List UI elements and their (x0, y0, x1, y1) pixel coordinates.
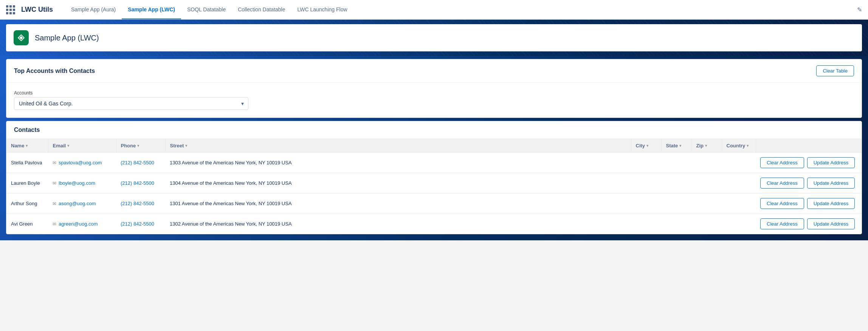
tab-sample-lwc[interactable]: Sample App (LWC) (122, 0, 181, 19)
col-header-name[interactable]: Name ▾ (6, 139, 48, 153)
cell-street-3: 1302 Avenue of the Americas New York, NY… (165, 214, 631, 234)
sort-icon-email: ▾ (67, 144, 69, 148)
table-header-row: Name ▾ Email ▾ Phone ▾ (6, 139, 862, 153)
cell-city-3 (631, 214, 661, 234)
app-header-title: Sample App (LWC) (35, 34, 99, 42)
update-address-button-3[interactable]: Update Address (807, 218, 855, 229)
app-name: LWC Utils (21, 6, 53, 14)
cell-state-1 (661, 173, 691, 193)
table-row: Avi Green ✉ agreen@uog.com (212) 842-550… (6, 214, 862, 234)
email-icon-0: ✉ (53, 160, 56, 166)
update-address-button-1[interactable]: Update Address (807, 178, 855, 189)
cell-email-3: ✉ agreen@uog.com (48, 214, 116, 234)
col-header-state[interactable]: State ▾ (661, 139, 691, 153)
cell-zip-1 (691, 173, 722, 193)
update-address-button-2[interactable]: Update Address (807, 198, 855, 209)
cell-country-1 (722, 173, 756, 193)
cell-phone-2: (212) 842-5500 (116, 193, 165, 214)
cell-zip-3 (691, 214, 722, 234)
top-accounts-header: Top Accounts with Contacts Clear Table (6, 59, 862, 83)
diamond-icon (17, 34, 25, 42)
cell-actions-2: Clear Address Update Address (756, 193, 862, 214)
phone-link-1[interactable]: (212) 842-5500 (121, 180, 154, 186)
cell-country-2 (722, 193, 756, 214)
cell-name-2: Arthur Song (6, 193, 48, 214)
col-header-email[interactable]: Email ▾ (48, 139, 116, 153)
email-icon-1: ✉ (53, 181, 56, 186)
cell-name-1: Lauren Boyle (6, 173, 48, 193)
cell-street-2: 1301 Avenue of the Americas New York, NY… (165, 193, 631, 214)
email-icon-3: ✉ (53, 221, 56, 227)
accounts-label: Accounts (14, 90, 854, 96)
sort-icon-phone: ▾ (137, 144, 139, 148)
sort-icon-street: ▾ (185, 144, 187, 148)
section-wrapper: Top Accounts with Contacts Clear Table A… (0, 56, 868, 240)
cell-country-3 (722, 214, 756, 234)
cell-email-0: ✉ spavlova@uog.com (48, 153, 116, 173)
tab-collection-datatable[interactable]: Collection Datatable (232, 0, 291, 19)
phone-link-0[interactable]: (212) 842-5500 (121, 160, 154, 166)
col-header-street[interactable]: Street ▾ (165, 139, 631, 153)
cell-actions-3: Clear Address Update Address (756, 214, 862, 234)
cell-zip-2 (691, 193, 722, 214)
cell-phone-0: (212) 842-5500 (116, 153, 165, 173)
app-launcher[interactable] (6, 5, 15, 14)
cell-city-1 (631, 173, 661, 193)
sort-icon-zip: ▾ (705, 144, 707, 148)
tab-lwc-flow[interactable]: LWC Launching Flow (291, 0, 353, 19)
col-header-city[interactable]: City ▾ (631, 139, 661, 153)
email-icon-2: ✉ (53, 201, 56, 206)
email-link-1[interactable]: lboyle@uog.com (59, 180, 95, 186)
contacts-card: Contacts Name ▾ Email ▾ (6, 121, 862, 234)
accounts-select-wrapper: United Oil & Gas Corp. ▾ (14, 97, 248, 110)
col-header-zip[interactable]: Zip ▾ (691, 139, 722, 153)
email-link-0[interactable]: spavlova@uog.com (59, 160, 102, 166)
cell-actions-1: Clear Address Update Address (756, 173, 862, 193)
update-address-button-0[interactable]: Update Address (807, 157, 855, 168)
sort-icon-state: ▾ (679, 144, 681, 148)
accounts-select[interactable]: United Oil & Gas Corp. (14, 97, 248, 110)
top-accounts-card: Top Accounts with Contacts Clear Table A… (6, 59, 862, 118)
cell-email-2: ✉ asong@uog.com (48, 193, 116, 214)
col-header-phone[interactable]: Phone ▾ (116, 139, 165, 153)
tab-soql-datatable[interactable]: SOQL Datatable (181, 0, 232, 19)
cell-phone-1: (212) 842-5500 (116, 173, 165, 193)
clear-address-button-3[interactable]: Clear Address (760, 218, 804, 229)
sort-icon-city: ▾ (646, 144, 648, 148)
cell-name-3: Avi Green (6, 214, 48, 234)
cell-city-2 (631, 193, 661, 214)
tab-sample-aura[interactable]: Sample App (Aura) (65, 0, 122, 19)
phone-link-2[interactable]: (212) 842-5500 (121, 201, 154, 206)
app-launcher-dots (6, 5, 15, 14)
sort-icon-country: ▾ (747, 144, 749, 148)
clear-table-button[interactable]: Clear Table (816, 65, 854, 76)
clear-address-button-2[interactable]: Clear Address (760, 198, 804, 209)
cell-email-1: ✉ lboyle@uog.com (48, 173, 116, 193)
table-row: Arthur Song ✉ asong@uog.com (212) 842-55… (6, 193, 862, 214)
top-accounts-title: Top Accounts with Contacts (14, 68, 95, 74)
clear-address-button-0[interactable]: Clear Address (760, 157, 804, 168)
contacts-title: Contacts (14, 127, 40, 133)
cell-street-0: 1303 Avenue of the Americas New York, NY… (165, 153, 631, 173)
app-header-wrapper: Sample App (LWC) (0, 20, 868, 56)
col-header-country[interactable]: Country ▾ (722, 139, 756, 153)
phone-link-3[interactable]: (212) 842-5500 (121, 221, 154, 227)
top-nav: LWC Utils Sample App (Aura) Sample App (… (0, 0, 868, 20)
cell-country-0 (722, 153, 756, 173)
nav-tabs: Sample App (Aura) Sample App (LWC) SOQL … (65, 0, 353, 19)
app-icon (14, 30, 29, 45)
email-link-3[interactable]: agreen@uog.com (59, 221, 98, 227)
app-header-inner: Sample App (LWC) (6, 24, 862, 51)
cell-actions-0: Clear Address Update Address (756, 153, 862, 173)
cell-name-0: Stella Pavlova (6, 153, 48, 173)
cell-state-3 (661, 214, 691, 234)
clear-address-button-1[interactable]: Clear Address (760, 178, 804, 189)
cell-state-2 (661, 193, 691, 214)
contacts-header: Contacts (6, 121, 862, 139)
table-row: Stella Pavlova ✉ spavlova@uog.com (212) … (6, 153, 862, 173)
edit-icon[interactable]: ✎ (857, 6, 862, 13)
cell-phone-3: (212) 842-5500 (116, 214, 165, 234)
sort-icon-name: ▾ (26, 144, 28, 148)
cell-street-1: 1304 Avenue of the Americas New York, NY… (165, 173, 631, 193)
email-link-2[interactable]: asong@uog.com (59, 201, 96, 206)
